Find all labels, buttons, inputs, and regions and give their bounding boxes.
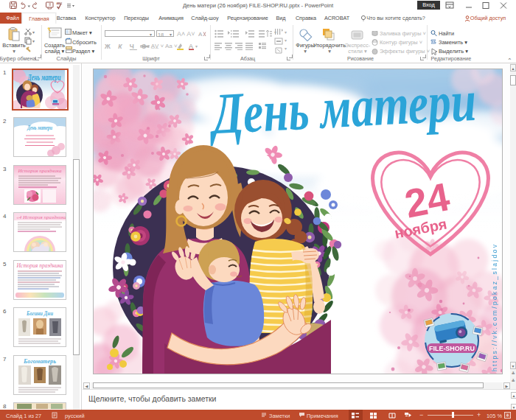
- svg-text:История праздника: История праздника: [15, 262, 63, 269]
- svg-text:A: A: [198, 31, 203, 38]
- svg-text:История праздника: История праздника: [18, 168, 62, 174]
- svg-text:«4 История праздника: «4 История праздника: [16, 214, 66, 220]
- svg-text:Богоматерь: Богоматерь: [23, 357, 56, 365]
- svg-text:https://vk.com/pokaz_slajdov: https://vk.com/pokaz_slajdov: [491, 244, 498, 371]
- svg-text:Богини Дни: Богини Дни: [26, 309, 53, 317]
- svg-text:День матери: День матери: [27, 124, 52, 131]
- svg-text:FILE-SHOP.RU: FILE-SHOP.RU: [429, 344, 475, 352]
